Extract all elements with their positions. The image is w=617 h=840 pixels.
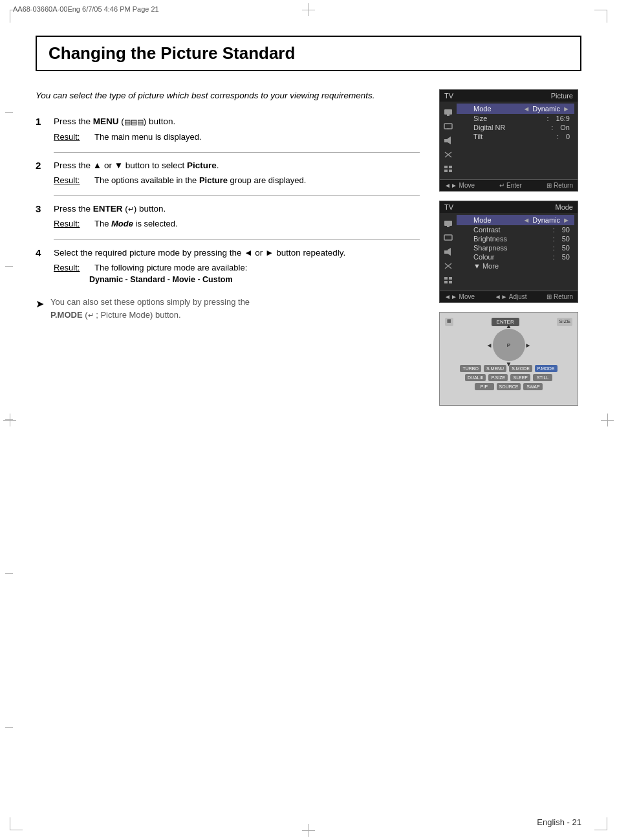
svg-rect-12 — [444, 221, 452, 226]
tv-icon — [444, 108, 453, 116]
remote-btn-pmode: P.MODE — [535, 365, 557, 372]
step-3-content: Press the ENTER (↵) button. Result: The … — [54, 203, 420, 230]
corner-mark-bl — [10, 817, 23, 830]
mode-value: Dynamic — [532, 105, 560, 113]
right-arrow: ► — [563, 105, 570, 113]
svg-rect-1 — [447, 115, 449, 116]
note-arrow-icon: ➤ — [36, 296, 44, 312]
step-3-number: 3 — [36, 203, 54, 214]
tv-menu-picture-footer: ◄► Move ↵ Enter ⊞ Return — [440, 179, 578, 191]
tv-menu-picture-content: Mode ◄ Dynamic ► Size : 16:9 — [457, 104, 578, 177]
footer-text: English - 21 — [537, 817, 581, 827]
footer2-adjust: ◄► Adjust — [495, 293, 527, 300]
svg-rect-11 — [449, 170, 452, 172]
step-divider-2 — [54, 195, 420, 196]
menu1-item-2: Tilt : 0 — [457, 132, 574, 141]
speaker2-icon — [444, 248, 453, 256]
icon-row-1 — [440, 105, 457, 119]
grid-icon — [444, 165, 453, 173]
svg-rect-13 — [447, 226, 449, 227]
content-area: Changing the Picture Standard You can se… — [36, 36, 581, 804]
step-2-result-text: The options available in the Picture gro… — [94, 175, 306, 186]
tv-menu-picture-title: Picture — [551, 92, 573, 100]
margin-dash-5 — [5, 727, 13, 728]
step-1-content: Press the MENU (▤▤▤) button. Result: The… — [54, 115, 420, 142]
tv-menu-mode-content: Mode ◄ Dynamic ► Contrast : 90 — [457, 215, 578, 289]
step-2-main: Press the ▲ or ▼ button to select Pictur… — [54, 159, 420, 172]
tv-menu-mode-main: Mode ◄ Dynamic ► Contrast : 90 — [440, 215, 578, 289]
svg-marker-16 — [448, 248, 451, 256]
svg-rect-15 — [444, 250, 448, 254]
step-2-content: Press the ▲ or ▼ button to select Pictur… — [54, 159, 420, 186]
tv-menu-picture-main: Mode ◄ Dynamic ► Size : 16:9 — [440, 104, 578, 177]
left-column: You can select the type of picture which… — [36, 89, 420, 406]
icon-row-3 — [440, 133, 457, 148]
step-divider-1 — [54, 152, 420, 153]
spacer-2 — [457, 155, 574, 170]
dynamic-modes: Dynamic - Standard - Movie - Custom — [89, 275, 420, 284]
menu2-item-0: Contrast : 90 — [457, 225, 574, 234]
page-title: Changing the Picture Standard — [49, 43, 568, 63]
margin-dash-3 — [5, 419, 13, 420]
step-3-result-text: The Mode is selected. — [94, 218, 178, 230]
tv-menu-picture-header: TV Picture — [440, 90, 578, 102]
header-bar: AA68-03660A-00Eng 6/7/05 4:46 PM Page 21 — [13, 5, 604, 13]
m2-icon-row-2 — [440, 230, 457, 245]
tv-menu-mode-footer: ◄► Move ◄► Adjust ⊞ Return — [440, 291, 578, 302]
tv-menu-picture: TV Picture — [439, 89, 578, 192]
svg-rect-2 — [444, 124, 452, 129]
remote-row-3: PIP SOURCE SWAP — [445, 383, 572, 390]
note-text: You can also set these options simply by… — [50, 296, 250, 321]
speaker-icon — [444, 137, 453, 144]
remote-btn-still: STILL — [533, 374, 552, 381]
tv-menu-mode-body: Mode ◄ Dynamic ► Contrast : 90 — [440, 213, 578, 291]
remote-btn-smenu: S.MENU — [484, 365, 506, 372]
svg-rect-14 — [444, 235, 452, 240]
svg-rect-0 — [444, 109, 452, 115]
step-3-result-label: Result: — [54, 218, 89, 230]
mode2-label: Mode — [473, 216, 523, 224]
intro-text: You can select the type of picture which… — [36, 89, 420, 102]
step-1-result: Result: The main menu is displayed. — [54, 131, 420, 143]
step-3-main: Press the ENTER (↵) button. — [54, 203, 420, 216]
step-4-result-label: Result: — [54, 262, 89, 274]
step-1: 1 Press the MENU (▤▤▤) button. Result: T… — [36, 115, 420, 142]
step-4-content: Select the required picture mode by pres… — [54, 247, 420, 284]
svg-rect-20 — [449, 277, 452, 280]
tv-menu-mode-title: Mode — [555, 203, 573, 211]
m2-icon-row-4 — [440, 259, 457, 273]
display-icon — [444, 122, 453, 130]
tv-menu-mode: TV Mode — [439, 201, 578, 303]
footer2-move: ◄► Move — [444, 293, 475, 300]
file-info: AA68-03660A-00Eng 6/7/05 4:46 PM Page 21 — [13, 5, 159, 13]
tv-menu-mode-header: TV Mode — [440, 201, 578, 213]
remote-btn-swap: SWAP — [523, 383, 543, 390]
menu1-item-0: Size : 16:9 — [457, 114, 574, 123]
display2-icon — [444, 234, 453, 241]
main-layout: You can select the type of picture which… — [36, 89, 581, 406]
right-column: TV Picture — [439, 89, 581, 406]
tv-menu-mode-row: Mode ◄ Dynamic ► — [457, 104, 574, 114]
mode2-value: Dynamic — [532, 216, 560, 224]
x-icon — [444, 151, 453, 159]
remote-row-2: DUAL/II P.SIZE SLEEP STILL — [445, 374, 572, 381]
remote-btn-source: SOURCE — [497, 383, 521, 390]
svg-rect-10 — [444, 170, 448, 172]
remote-btn-turbo: TURBO — [460, 365, 481, 372]
svg-rect-22 — [449, 281, 452, 283]
svg-rect-8 — [444, 166, 448, 168]
note-box: ➤ You can also set these options simply … — [36, 296, 420, 321]
menu2-item-2: Sharpness : 50 — [457, 243, 574, 252]
step-4: 4 Select the required picture mode by pr… — [36, 247, 420, 284]
left-arrow-2: ◄ — [523, 216, 530, 224]
mode-label: Mode — [473, 105, 523, 113]
step-2: 2 Press the ▲ or ▼ button to select Pict… — [36, 159, 420, 186]
menu2-item-4: ▼ More — [457, 261, 574, 271]
tv-menu2-icons-col — [440, 215, 457, 289]
step-1-main: Press the MENU (▤▤▤) button. — [54, 115, 420, 128]
margin-dash-2 — [5, 266, 13, 267]
menu2-item-3: Colour : 50 — [457, 252, 574, 261]
m2-icon-row-3 — [440, 245, 457, 259]
m2-icon-row-1 — [440, 216, 457, 230]
remote-btn-smode: S.MODE — [509, 365, 532, 372]
